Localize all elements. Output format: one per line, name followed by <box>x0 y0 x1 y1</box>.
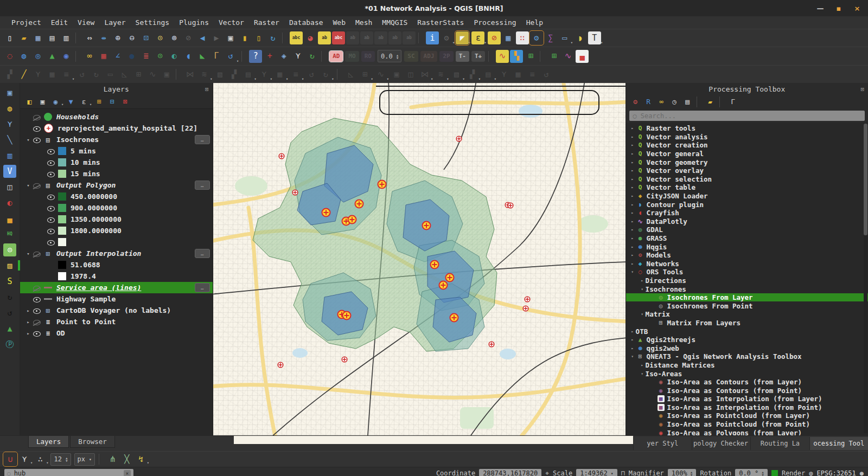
processing-tree-item[interactable]: ▸◆Networks <box>626 260 868 268</box>
locator-search-input[interactable]: ○ hub ✕ <box>4 469 133 476</box>
dsm-add-layer-icon[interactable]: ▣ <box>3 86 16 99</box>
dsm-mssql-icon[interactable]: ◐ <box>3 196 16 209</box>
tree-expander[interactable]: ▸ <box>629 210 636 215</box>
dsm-wms-icon[interactable]: ◍ <box>3 102 16 115</box>
messages-icon[interactable]: ● <box>860 469 864 476</box>
r-scripts-icon[interactable]: R <box>643 96 654 107</box>
tree-expander[interactable]: ▾ <box>629 354 636 359</box>
layer-row[interactable]: 15 mins <box>20 168 213 179</box>
amenity-hospital-marker[interactable] <box>348 216 356 224</box>
tree-expander[interactable]: ▸ <box>629 219 636 224</box>
hospital-marker[interactable] <box>523 306 528 311</box>
layer-visibility-eye-icon[interactable] <box>46 147 56 156</box>
tree-expander[interactable]: ▾ <box>639 371 646 376</box>
layer-row[interactable]: Highway Sample <box>20 293 213 305</box>
new-spatial-bookmark-icon[interactable]: ▮ <box>238 31 251 44</box>
layer-row[interactable]: 51.0688 <box>20 259 213 271</box>
zoom-next-icon[interactable]: ▶ <box>210 31 223 44</box>
layer-indicator-badge[interactable]: … <box>195 283 210 292</box>
cad-t-plus-icon[interactable]: T+ <box>471 51 485 62</box>
fill-ring-caret[interactable]: ▾ <box>462 77 464 83</box>
select-by-expression-icon[interactable]: ε <box>471 31 484 44</box>
help-contents-icon[interactable]: ? <box>249 50 262 63</box>
mouse-position-icon[interactable]: ⌖ <box>545 469 549 476</box>
render-checkbox[interactable] <box>771 470 778 476</box>
coordinate-input[interactable]: 288743,1617820 <box>479 469 541 476</box>
add-rectangle-icon[interactable]: ▦ <box>273 68 286 81</box>
toggle-editing-icon[interactable]: ╱ <box>17 68 30 81</box>
layer-indicator-badge[interactable]: … <box>195 135 210 144</box>
processing-panel-close-icon[interactable]: ⊠ <box>860 86 864 93</box>
tree-expander[interactable]: ▸ <box>629 185 636 190</box>
layer-row[interactable]: 450.0000000 <box>20 191 213 202</box>
cad-sc-icon[interactable]: SC <box>404 51 418 62</box>
zoom-in-icon[interactable]: ⊕ <box>111 31 124 44</box>
zoom-to-selection-icon[interactable]: ⊙ <box>154 31 167 44</box>
snap-mode-icon[interactable]: ⋎ <box>18 453 31 466</box>
layer-row[interactable]: 10 mins <box>20 157 213 168</box>
amenity-hospital-marker[interactable] <box>439 281 447 290</box>
cad-2p-icon[interactable]: 2P <box>439 51 453 62</box>
deselect-all-icon[interactable]: ⊘ <box>488 31 501 44</box>
layer-visibility-eye-icon[interactable] <box>32 124 42 133</box>
processing-tree-item[interactable]: ▩Iso-Area as Interpolation (from Point) <box>626 403 868 412</box>
processing-tree-item[interactable]: ▾Matrix <box>626 310 868 319</box>
globe-viewer-icon[interactable]: ● <box>125 50 138 63</box>
layer-reorder-icon[interactable]: ≣ <box>139 50 152 63</box>
layer-visibility-eye-icon[interactable] <box>46 204 56 213</box>
field-calculator-icon[interactable]: ∷ <box>516 31 529 44</box>
dock-tab-layers[interactable]: Layers <box>28 436 69 448</box>
zoom-last-icon[interactable]: ◀ <box>196 31 209 44</box>
attribute-grid-icon[interactable]: ▦ <box>97 50 110 63</box>
circle-string-icon[interactable]: ▞ <box>227 68 240 81</box>
select-features-icon[interactable]: ◤ <box>456 31 469 44</box>
python-console-icon[interactable]: ∞ <box>83 50 96 63</box>
processing-tree-item[interactable]: ▸◖Crayfish <box>626 209 868 217</box>
filter-by-expression-caret[interactable]: ▾ <box>90 102 92 108</box>
sld4raster-icon[interactable]: ▚ <box>510 50 523 63</box>
processing-tree-item[interactable]: ▸◗Contour plugin <box>626 200 868 209</box>
layer-visibility-eye-icon[interactable] <box>46 158 56 167</box>
reshape-features-icon[interactable]: ◺ <box>344 68 358 81</box>
tree-expander[interactable]: ▾ <box>629 269 636 274</box>
digitize-point-icon[interactable]: ▦ <box>46 68 59 81</box>
digitize-tools-icon[interactable]: ≡ <box>60 68 73 81</box>
shape-grid-icon[interactable]: ↺ <box>305 68 318 81</box>
close-button[interactable]: × <box>853 4 861 12</box>
rotation-stepper[interactable]: 0.0 °▲▼ <box>735 469 768 476</box>
resource-sharing-icon[interactable]: ◐ <box>168 50 181 63</box>
dsm-chart-icon[interactable]: ▄ <box>3 212 16 225</box>
tree-expander[interactable]: ▸ <box>629 202 636 207</box>
processing-tree-item[interactable]: ◉Iso-Area as Polygons (from Layer) <box>626 428 868 435</box>
offset-curve-icon[interactable]: ▣ <box>390 68 403 81</box>
processing-tree-item[interactable]: ▸QVector table <box>626 183 868 192</box>
delete-selected-icon[interactable]: ↻ <box>90 68 103 81</box>
add-part-icon[interactable]: ≋ <box>434 68 447 81</box>
layer-visibility-eye-icon[interactable] <box>46 227 56 235</box>
tree-expander[interactable]: ▸ <box>629 253 636 258</box>
map-canvas[interactable] <box>213 83 626 435</box>
add-circle-icon[interactable]: ▤ <box>241 68 254 81</box>
cad-tools-icon[interactable]: ⋈ <box>183 68 196 81</box>
merge-features-icon[interactable]: ⋎ <box>497 68 510 81</box>
current-edits-icon[interactable]: ▞ <box>3 68 16 81</box>
menu-database[interactable]: Database <box>284 18 328 27</box>
dsm-database-icon[interactable]: ◫ <box>3 181 16 194</box>
undo-edit-icon[interactable]: ∿ <box>146 68 159 81</box>
profile-tool-icon[interactable]: ◖ <box>182 50 195 63</box>
menu-plugins[interactable]: Plugins <box>174 18 214 27</box>
layer-row[interactable]: 1978.4 <box>20 271 213 282</box>
dem-shader-icon[interactable]: ◣ <box>196 50 209 63</box>
move-label-icon[interactable]: ab <box>360 31 373 44</box>
select-by-expression-caret[interactable]: ▾ <box>484 41 486 47</box>
layer-row[interactable]: 900.0000000 <box>20 202 213 214</box>
save-edits-icon[interactable]: ⋎ <box>31 68 44 81</box>
tree-expander[interactable]: ▸ <box>629 168 636 173</box>
project-new-icon[interactable]: ▯ <box>3 31 16 44</box>
data-plot-icon[interactable]: ∠ <box>111 50 124 63</box>
run-feature-action-icon[interactable]: ⚙ <box>440 31 453 44</box>
measure-line-icon[interactable]: ▭ <box>558 31 571 44</box>
osm-place-search-side-icon[interactable]: ⊙ <box>3 243 16 256</box>
statistical-summary-icon[interactable]: ∑ <box>544 31 557 44</box>
layer-visibility-eye-icon[interactable] <box>32 136 42 144</box>
